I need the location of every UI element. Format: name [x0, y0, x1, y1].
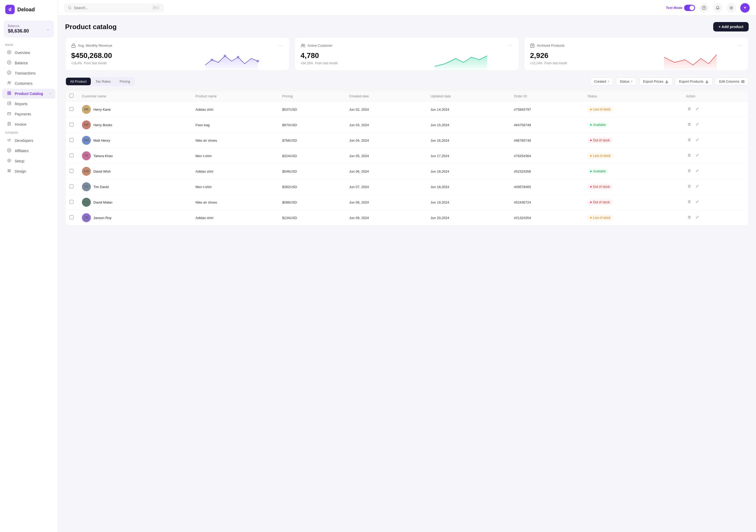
- customer-name: David Wish: [94, 169, 111, 173]
- status-filter-btn[interactable]: Status ▾: [616, 77, 636, 86]
- delete-button[interactable]: [686, 122, 693, 128]
- product-name: Nike air shoes: [191, 133, 278, 148]
- status-dot: [590, 217, 592, 218]
- sidebar-item-label: Product Catalog: [15, 91, 43, 96]
- sidebar-item-transactions[interactable]: Transactions: [2, 68, 55, 78]
- sidebar-item-developers[interactable]: Developers: [2, 136, 55, 146]
- tab-tax-rates[interactable]: Tax Rates: [91, 78, 115, 85]
- add-product-button[interactable]: + Add product: [713, 22, 749, 32]
- edit-button[interactable]: [694, 168, 701, 174]
- stat-menu-btn[interactable]: ···: [278, 43, 284, 48]
- status-label: Status: [620, 80, 630, 84]
- svg-point-1: [9, 52, 10, 53]
- row-checkbox[interactable]: [69, 107, 73, 111]
- sidebar-item-setup[interactable]: Setup: [2, 156, 55, 166]
- updated-date: Jun 15,2024: [426, 117, 510, 133]
- row-checkbox[interactable]: [69, 169, 73, 173]
- status-badge: Low of stock: [587, 153, 613, 159]
- delete-button[interactable]: [686, 107, 693, 112]
- edit-button[interactable]: [694, 184, 701, 190]
- balance-label: Balance: [8, 24, 29, 28]
- table-header-row: Customer name Product name Pricing Creat…: [66, 90, 748, 102]
- svg-point-29: [302, 44, 303, 46]
- table-row: HK Herry Kane Adidas shirt $537USD Jun 0…: [66, 102, 748, 117]
- svg-point-28: [257, 60, 258, 62]
- svg-point-5: [10, 82, 11, 83]
- sidebar-logo: d Deload: [0, 0, 58, 18]
- search-box[interactable]: ⌘ 1: [64, 4, 164, 12]
- col-updated-date: Updated date: [426, 90, 510, 102]
- balance-card[interactable]: Balance $8,636.80 ⌄: [4, 20, 54, 38]
- customer-cell: MH Matt Henry: [82, 136, 187, 145]
- updated-date: Jun 16,2024: [426, 133, 510, 148]
- sidebar-item-label: Setup: [15, 159, 24, 163]
- test-mode-toggle[interactable]: [684, 5, 695, 11]
- row-checkbox[interactable]: [69, 138, 73, 142]
- price: $537USD: [278, 102, 345, 117]
- help-button[interactable]: [699, 3, 709, 13]
- search-input[interactable]: [74, 6, 150, 10]
- created-filter-btn[interactable]: Created ▾: [590, 77, 613, 86]
- tab-all-product[interactable]: All Product: [66, 78, 91, 85]
- edit-button[interactable]: [694, 215, 701, 221]
- col-status: Status: [583, 90, 682, 102]
- sidebar-item-balance[interactable]: Balance: [2, 58, 55, 68]
- svg-rect-8: [8, 93, 9, 95]
- user-avatar[interactable]: +: [740, 3, 750, 13]
- updated-date: Jun 14,2024: [426, 102, 510, 117]
- created-date: Jun 08, 2024: [345, 195, 426, 210]
- sidebar-item-payments[interactable]: Payments: [2, 109, 55, 119]
- notifications-button[interactable]: [713, 3, 722, 13]
- sidebar-item-design[interactable]: Design: [2, 166, 55, 176]
- edit-button[interactable]: [694, 107, 701, 112]
- edit-button[interactable]: [694, 138, 701, 143]
- customer-name: David Malan: [94, 200, 112, 204]
- test-mode-control: Test Mode: [666, 5, 695, 11]
- price: $768USD: [278, 133, 345, 148]
- tab-pricing[interactable]: Pricing: [116, 78, 134, 85]
- delete-button[interactable]: [686, 184, 693, 190]
- edit-columns-btn[interactable]: Edit Columns: [715, 77, 749, 86]
- revenue-chart: [178, 49, 285, 70]
- delete-button[interactable]: [686, 138, 693, 143]
- product-catalog-icon: [7, 91, 12, 96]
- sidebar-item-reports[interactable]: Reports: [2, 99, 55, 109]
- edit-button[interactable]: [694, 153, 701, 159]
- delete-button[interactable]: [686, 153, 693, 159]
- table-row: TK Tahera Khan Men t-shirt $324USD Jun 0…: [66, 148, 748, 164]
- sidebar-item-affiliates[interactable]: Affiliates: [2, 146, 55, 156]
- settings-button[interactable]: [727, 3, 736, 13]
- row-checkbox[interactable]: [69, 122, 73, 126]
- sidebar-item-overview[interactable]: Overview: [2, 48, 55, 58]
- created-date: Jun 03, 2024: [345, 117, 426, 133]
- delete-button[interactable]: [686, 199, 693, 205]
- chevron-down-icon: ▾: [631, 80, 633, 83]
- customer-cell: JR Janson Roy: [82, 213, 187, 222]
- delete-button[interactable]: [686, 215, 693, 221]
- stat-menu-btn[interactable]: ···: [508, 43, 513, 48]
- row-checkbox[interactable]: [69, 200, 73, 204]
- topbar: ⌘ 1 Test Mode +: [58, 0, 756, 16]
- select-all-checkbox[interactable]: [69, 94, 73, 98]
- edit-button[interactable]: [694, 199, 701, 205]
- sidebar-section-others: Others: [0, 130, 58, 135]
- sidebar-item-label: Developers: [15, 139, 33, 143]
- search-shortcut: ⌘ 1: [152, 6, 160, 10]
- balance-chevron-icon: ⌄: [46, 27, 50, 32]
- row-checkbox[interactable]: [69, 185, 73, 188]
- table-row: JR Janson Roy Adidas shirt $134USD Jun 0…: [66, 210, 748, 226]
- stat-menu-btn[interactable]: ···: [737, 43, 742, 48]
- row-checkbox[interactable]: [69, 215, 73, 219]
- export-products-btn[interactable]: Export Products: [675, 77, 713, 86]
- updated-date: Jun 17,2024: [426, 148, 510, 164]
- col-product-name: Product name: [191, 90, 278, 102]
- transactions-icon: [7, 70, 12, 76]
- action-cell: [686, 138, 744, 143]
- row-checkbox[interactable]: [69, 153, 73, 157]
- sidebar-item-invoice[interactable]: Invoice: [2, 119, 55, 129]
- sidebar-item-product-catalog[interactable]: Product Catalog ›: [2, 89, 55, 99]
- sidebar-item-customers[interactable]: Customers: [2, 78, 55, 89]
- export-prices-btn[interactable]: Export Prices: [639, 77, 672, 86]
- delete-button[interactable]: [686, 168, 693, 174]
- edit-button[interactable]: [694, 122, 701, 128]
